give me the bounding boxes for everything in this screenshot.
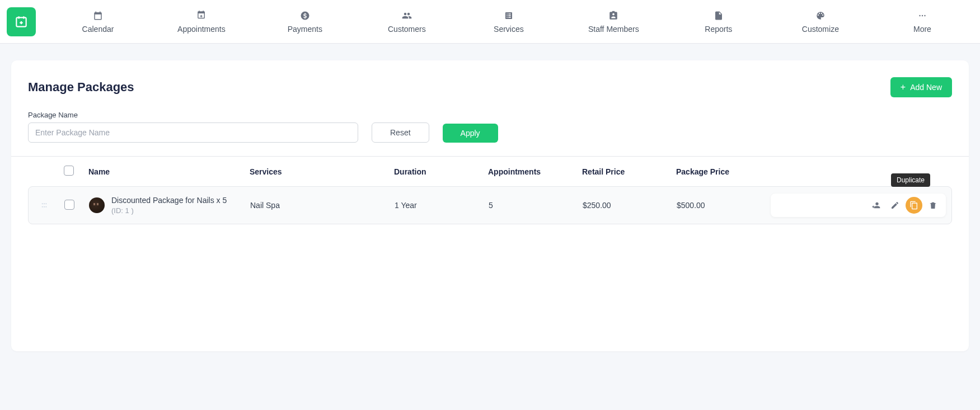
topbar: Calendar Appointments Payments Customers… — [0, 0, 980, 44]
reset-button[interactable]: Reset — [372, 122, 429, 143]
nav-reports[interactable]: Reports — [691, 7, 747, 37]
nav-label: Payments — [288, 25, 322, 34]
dollar-icon — [299, 10, 311, 21]
table-header: Name Services Duration Appointments Reta… — [28, 157, 952, 186]
card-header: Manage Packages + Add New — [28, 77, 952, 97]
duplicate-tooltip: Duplicate — [891, 173, 930, 187]
packages-card: Manage Packages + Add New Package Name R… — [11, 60, 969, 351]
badge-icon — [608, 10, 619, 21]
people-icon — [401, 10, 412, 21]
col-services: Services — [250, 167, 390, 176]
nav-label: Appointments — [177, 25, 226, 34]
nav-more[interactable]: More — [894, 7, 950, 37]
main-nav: Calendar Appointments Payments Customers… — [47, 7, 973, 37]
package-avatar — [89, 197, 105, 213]
svg-point-2 — [922, 15, 923, 16]
nav-label: More — [913, 25, 931, 34]
package-id: (ID: 1 ) — [111, 206, 227, 216]
apply-button[interactable]: Apply — [443, 124, 498, 143]
svg-point-5 — [44, 203, 45, 204]
row-checkbox[interactable] — [64, 200, 74, 210]
cell-services: Nail Spa — [250, 201, 390, 210]
cell-retail-price: $250.00 — [583, 201, 672, 210]
nav-customize[interactable]: Customize — [793, 7, 848, 37]
app-logo[interactable] — [7, 7, 36, 36]
add-new-label: Add New — [910, 83, 942, 92]
nav-label: Services — [494, 25, 524, 34]
svg-point-3 — [924, 15, 925, 16]
nav-label: Customers — [388, 25, 426, 34]
nav-label: Customize — [802, 25, 839, 34]
package-name-field: Package Name — [28, 111, 358, 143]
assign-user-button[interactable] — [868, 197, 884, 214]
row-actions: Duplicate — [771, 194, 946, 217]
nav-label: Calendar — [82, 25, 114, 34]
package-name-label: Package Name — [28, 111, 358, 119]
page-title: Manage Packages — [28, 80, 134, 95]
palette-icon — [815, 10, 826, 21]
nav-payments[interactable]: Payments — [277, 7, 333, 37]
svg-point-9 — [45, 206, 46, 208]
svg-point-6 — [45, 203, 46, 204]
nav-staff[interactable]: Staff Members — [583, 7, 645, 37]
duplicate-button[interactable] — [906, 197, 922, 214]
nav-appointments[interactable]: Appointments — [172, 7, 231, 37]
svg-point-8 — [44, 206, 45, 208]
svg-point-7 — [42, 206, 43, 208]
package-name-input[interactable] — [28, 122, 358, 143]
more-icon — [917, 10, 928, 21]
col-retail-price: Retail Price — [582, 167, 672, 176]
package-name: Discounted Package for Nails x 5 — [111, 195, 227, 206]
nav-customers[interactable]: Customers — [379, 7, 435, 37]
edit-button[interactable] — [887, 197, 903, 214]
col-package-price: Package Price — [676, 167, 766, 176]
svg-point-4 — [42, 203, 43, 204]
add-new-button[interactable]: + Add New — [890, 77, 952, 97]
list-icon — [503, 10, 514, 21]
col-name: Name — [88, 167, 245, 176]
nav-label: Reports — [705, 25, 732, 34]
svg-point-1 — [919, 15, 920, 16]
page: Manage Packages + Add New Package Name R… — [0, 44, 980, 368]
cell-package-price: $500.00 — [677, 201, 766, 210]
nav-services[interactable]: Services — [481, 7, 537, 37]
packages-table: Name Services Duration Appointments Reta… — [11, 156, 969, 224]
nav-calendar[interactable]: Calendar — [70, 7, 126, 37]
col-appointments: Appointments — [488, 167, 578, 176]
filter-row: Package Name Reset Apply — [28, 111, 952, 143]
cell-appointments: 5 — [489, 201, 578, 210]
nav-label: Staff Members — [588, 25, 639, 34]
col-duration: Duration — [394, 167, 484, 176]
cell-duration: 1 Year — [395, 201, 484, 210]
document-icon — [713, 10, 724, 21]
drag-handle[interactable] — [29, 201, 60, 210]
calendar-plus-icon — [196, 10, 207, 21]
table-row: Discounted Package for Nails x 5 (ID: 1 … — [28, 186, 952, 224]
delete-button[interactable] — [925, 197, 941, 214]
plus-icon: + — [901, 83, 906, 92]
calendar-icon — [92, 10, 104, 21]
select-all-checkbox[interactable] — [64, 166, 74, 176]
